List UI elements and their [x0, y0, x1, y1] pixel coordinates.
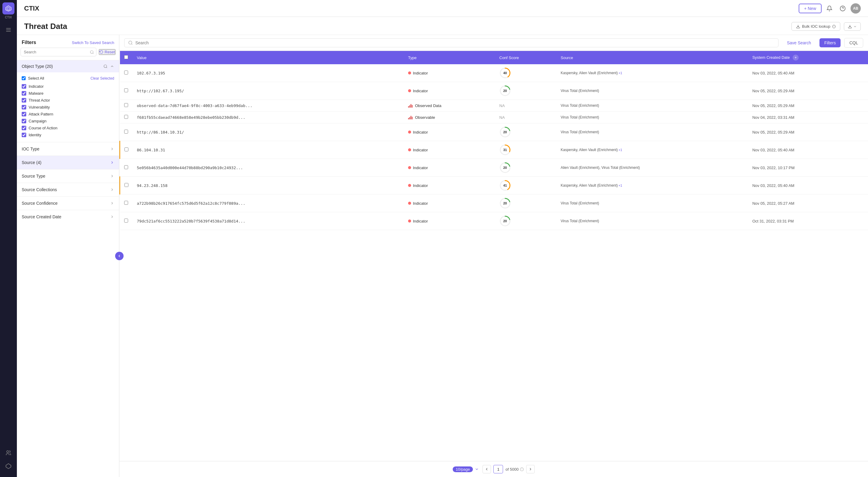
indicator-checkbox[interactable] — [22, 84, 26, 89]
next-page-button[interactable] — [526, 465, 535, 473]
new-button[interactable]: + New — [799, 4, 822, 13]
filter-source[interactable]: Source (4) — [17, 156, 119, 169]
svg-marker-6 — [6, 464, 11, 469]
row-checkbox[interactable] — [124, 218, 128, 222]
help-icon[interactable] — [837, 3, 848, 14]
header-checkbox-col — [120, 51, 133, 64]
page-title: Threat Data — [24, 22, 792, 31]
prev-page-button[interactable] — [483, 465, 491, 473]
row-type: Observed Data — [404, 100, 495, 112]
svg-point-16 — [104, 65, 107, 67]
table-row: 5e056b4635a40d000e44d70b88bd290a9b10c249… — [120, 159, 868, 177]
threat-actor-checkbox[interactable] — [22, 98, 26, 102]
row-conf-score: NA — [495, 100, 556, 112]
filter-ioc-type[interactable]: IOC Type — [17, 142, 119, 156]
filter-source-collections[interactable]: Source Collections — [17, 183, 119, 196]
row-checkbox[interactable] — [124, 130, 128, 133]
filter-source-confidence[interactable]: Source Confidence — [17, 196, 119, 210]
search-input[interactable] — [135, 40, 775, 45]
row-checkbox[interactable] — [124, 183, 128, 187]
row-date: Nov 03, 2022, 05:40 AM — [748, 141, 868, 159]
search-bar[interactable] — [124, 38, 778, 47]
row-checkbox[interactable] — [124, 147, 128, 151]
row-date: Oct 31, 2022, 03:31 PM — [748, 212, 868, 230]
row-checkbox-cell — [120, 82, 133, 100]
menu-icon[interactable] — [2, 24, 14, 36]
bulk-lookup-button[interactable]: Bulk IOC lookup — [792, 22, 840, 31]
source-title: Source (4) — [22, 160, 41, 165]
data-toolbar: Save Search Filters CQL — [119, 35, 868, 51]
svg-point-5 — [7, 451, 9, 453]
table-row: observed-data–7d67fae4-9f8c-4003-a633-4e… — [120, 100, 868, 112]
row-checkbox[interactable] — [124, 165, 128, 169]
data-area: Save Search Filters CQL Value Type Conf — [119, 35, 868, 477]
cyware-icon[interactable] — [2, 460, 14, 472]
malware-checkbox[interactable] — [22, 91, 26, 96]
add-column-button[interactable]: + — [793, 55, 799, 61]
per-page-value[interactable]: 10/page — [453, 467, 473, 472]
object-type-title: Object Type (20) — [22, 64, 53, 69]
row-type: Indicator — [404, 195, 495, 212]
select-all-rows-checkbox[interactable] — [124, 55, 128, 59]
source-type-title: Source Type — [22, 174, 45, 179]
row-value: http://86.104.10.31/ — [133, 123, 404, 141]
identity-checkbox[interactable] — [22, 133, 26, 137]
table-row: f681fb55cdaead74668e858e49b28ebe05bb230d… — [120, 112, 868, 123]
app-name: CTIX — [5, 16, 12, 19]
filter-campaign: Campaign — [22, 118, 114, 124]
row-checkbox-cell — [120, 100, 133, 112]
row-checkbox-cell — [120, 64, 133, 82]
filter-object-type-header[interactable]: Object Type (20) — [17, 60, 119, 72]
row-value: observed-data–7d67fae4-9f8c-4003-a633-4e… — [133, 100, 404, 112]
row-checkbox[interactable] — [124, 70, 128, 74]
app-logo[interactable] — [2, 2, 14, 14]
row-value: 5e056b4635a40d000e44d70b88bd290a9b10c249… — [133, 159, 404, 177]
table-body: 102.67.3.195 Indicator 40 Kaspersky, Ali… — [120, 64, 868, 230]
row-source: Virus Total (Enrichment) — [556, 82, 748, 100]
campaign-checkbox[interactable] — [22, 119, 26, 123]
vulnerability-checkbox[interactable] — [22, 105, 26, 110]
row-source: Kaspersky, Alien Vault (Enrichment)+1 — [556, 141, 748, 159]
content-area: Filters Switch To Saved Search Reset — [17, 35, 868, 477]
users-icon[interactable] — [2, 447, 14, 459]
save-search-button[interactable]: Save Search — [782, 38, 816, 47]
row-conf-score: 20 — [495, 123, 556, 141]
filter-identity: Identity — [22, 131, 114, 139]
row-source: Virus Total (Enrichment) — [556, 195, 748, 212]
attack-pattern-checkbox[interactable] — [22, 112, 26, 116]
reset-button[interactable]: Reset — [99, 49, 116, 55]
export-button[interactable] — [844, 22, 861, 31]
table-row: http://86.104.10.31/ Indicator 20 Virus … — [120, 123, 868, 141]
data-table: Value Type Conf Score Source System Crea… — [119, 51, 868, 230]
object-type-body: Select All Clear Selected Indicator Malw… — [17, 72, 119, 142]
per-page-chevron[interactable] — [475, 467, 479, 471]
filter-source-created-date[interactable]: Source Created Date — [17, 210, 119, 223]
page-info-icon — [520, 467, 524, 471]
header-source: Source — [556, 51, 748, 64]
notifications-icon[interactable] — [824, 3, 835, 14]
row-checkbox[interactable] — [124, 88, 128, 92]
filter-source-type[interactable]: Source Type — [17, 169, 119, 183]
row-type: Indicator — [404, 141, 495, 159]
switch-saved-search[interactable]: Switch To Saved Search — [72, 40, 114, 45]
row-conf-score: 20 — [495, 82, 556, 100]
filters-search-input[interactable] — [21, 48, 96, 56]
clear-selected-link[interactable]: Clear Selected — [90, 76, 114, 81]
select-all-checkbox[interactable] — [22, 76, 26, 80]
cql-button[interactable]: CQL — [844, 38, 863, 48]
app-title: CTIX — [24, 4, 39, 12]
row-checkbox[interactable] — [124, 201, 128, 205]
user-avatar[interactable]: AB — [850, 3, 861, 13]
header-system-created-date: System Created Date + — [748, 51, 868, 64]
collapse-filters-button[interactable] — [115, 252, 124, 260]
row-source: Virus Total (Enrichment) — [556, 112, 748, 123]
row-checkbox[interactable] — [124, 115, 128, 119]
svg-line-17 — [106, 67, 107, 68]
row-date: Nov 04, 2022, 03:31 AM — [748, 112, 868, 123]
course-of-action-checkbox[interactable] — [22, 126, 26, 130]
filters-button[interactable]: Filters — [819, 38, 841, 47]
row-checkbox[interactable] — [124, 103, 128, 107]
row-checkbox-cell — [120, 159, 133, 177]
row-type: Indicator — [404, 177, 495, 195]
svg-point-14 — [90, 50, 93, 53]
